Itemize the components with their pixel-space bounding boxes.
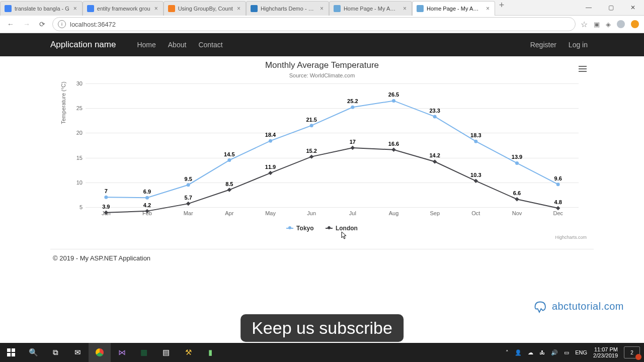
mouse-cursor [340,231,348,239]
browser-tab[interactable]: entity framework grou× [83,1,164,16]
extension-dot[interactable] [631,20,639,28]
nav-register[interactable]: Register [530,41,556,49]
excel-app[interactable]: ▦ [133,343,155,362]
svg-point-2 [145,196,149,200]
close-tab-icon[interactable]: × [485,5,491,12]
nav-about[interactable]: About [168,41,187,49]
extension-tag-icon[interactable]: ◈ [606,21,611,28]
site-navbar: Application name Home About Contact Regi… [0,33,644,56]
browser-tab[interactable]: Home Page - My ASP.N× [412,1,495,16]
chart-menu-button[interactable] [577,63,589,74]
start-button[interactable] [0,343,22,362]
close-tab-icon[interactable]: × [402,5,408,12]
site-info-icon[interactable]: i [58,20,66,28]
nav-home[interactable]: Home [137,41,155,49]
svg-text:14.2: 14.2 [429,152,440,158]
svg-text:7: 7 [105,188,108,194]
chart-credit[interactable]: Highcharts.com [55,235,587,240]
chart-subtitle: Source: WorldClimate.com [55,72,589,78]
chart-title: Monthly Average Temperature [55,60,589,70]
url-input[interactable]: i localhost:36472 [52,17,576,31]
calculator-app[interactable]: ▤ [155,343,177,362]
svg-point-12 [351,106,354,109]
chart-legend: Tokyo London [55,223,589,232]
close-tab-icon[interactable]: × [319,5,325,12]
legend-item-london[interactable]: London [326,225,358,232]
new-tab-button[interactable]: + [495,0,508,15]
nav-login[interactable]: Log in [569,41,588,49]
y-axis-title: Temperature (°C) [60,81,66,124]
windows-taskbar: 🔍 ⧉ ✉ ⋈ ▦ ▤ ⚒ ▮ ˄ 👤 ☁ 🖧 🔊 ▭ ENG 11:07 PM… [0,343,644,362]
svg-rect-36 [351,146,355,150]
brand-logo[interactable]: abctutorial.com [531,298,624,315]
browser-tab[interactable]: Home Page - My ASP.N× [329,1,412,16]
svg-text:18.4: 18.4 [265,132,276,138]
close-tab-icon[interactable]: × [72,5,78,12]
svg-text:6.9: 6.9 [143,189,151,195]
svg-text:10.3: 10.3 [470,172,481,178]
forward-button[interactable]: → [21,18,32,30]
x-tick: Nov [497,207,538,216]
minimize-button[interactable]: — [578,0,600,15]
nav-contact[interactable]: Contact [198,41,222,49]
chrome-app[interactable] [89,343,111,362]
tabs-container: translate to bangla - G×entity framework… [0,0,495,15]
url-text: localhost:36472 [70,21,116,28]
close-tab-icon[interactable]: × [153,5,159,12]
svg-point-10 [310,124,313,127]
browser-tab[interactable]: Using GroupBy, Count× [164,1,246,16]
svg-text:17: 17 [350,139,356,145]
svg-text:4.2: 4.2 [143,202,151,208]
svg-text:13.9: 13.9 [512,154,522,160]
extension-icon[interactable]: ▣ [594,21,600,28]
close-tab-icon[interactable]: × [236,5,242,12]
back-button[interactable]: ← [5,18,16,30]
svg-rect-34 [309,154,313,158]
x-tick: Sep [414,207,455,216]
svg-rect-44 [515,197,519,201]
people-icon[interactable]: 👤 [515,349,522,356]
divider [50,249,594,249]
svg-point-18 [474,140,477,143]
svg-text:15.2: 15.2 [306,148,316,154]
browser-tab[interactable]: Highcharts Demo - JSF× [246,1,329,16]
maximize-button[interactable]: ▢ [600,0,622,15]
legend-item-tokyo[interactable]: Tokyo [286,225,313,232]
x-tick: Mar [168,207,209,216]
svg-text:26.5: 26.5 [388,92,399,98]
action-center-icon[interactable]: 2 [624,346,640,358]
notepad-app[interactable]: ▮ [199,343,221,362]
x-tick: Apr [209,207,250,216]
onedrive-icon[interactable]: ☁ [528,349,533,356]
x-tick: Jun [291,207,332,216]
visual-studio-app[interactable]: ⋈ [111,343,133,362]
svg-rect-51 [12,353,15,356]
task-view-button[interactable]: ⧉ [44,343,66,362]
svg-point-0 [104,196,108,199]
tray-expand-icon[interactable]: ˄ [506,349,509,356]
network-icon[interactable]: 🖧 [539,349,545,355]
volume-icon[interactable]: 🔊 [551,349,558,356]
svg-text:5.7: 5.7 [185,195,192,201]
profile-avatar[interactable] [617,20,625,28]
svg-rect-32 [268,171,272,175]
svg-text:21.5: 21.5 [306,117,316,123]
svg-rect-48 [7,348,11,352]
svg-text:6.6: 6.6 [513,190,521,196]
chart-plot-area: Temperature (°C) 5101520253076.99.514.51… [86,83,579,207]
battery-icon[interactable]: ▭ [564,349,569,356]
svg-point-6 [227,158,231,162]
dev-tools-app[interactable]: ⚒ [177,343,199,362]
brand-link[interactable]: Application name [50,40,116,50]
browser-tab[interactable]: translate to bangla - G× [0,1,83,16]
reload-button[interactable]: ⟳ [37,18,47,30]
bookmark-star-icon[interactable]: ☆ [581,20,588,29]
close-window-button[interactable]: ✕ [622,0,644,15]
svg-rect-38 [391,148,395,152]
mail-app[interactable]: ✉ [66,343,89,362]
svg-text:3.9: 3.9 [102,204,110,210]
clock[interactable]: 11:07 PM2/23/2019 [593,346,618,358]
language-indicator[interactable]: ENG [575,349,587,355]
search-button[interactable]: 🔍 [22,343,44,362]
x-tick: May [250,207,291,216]
